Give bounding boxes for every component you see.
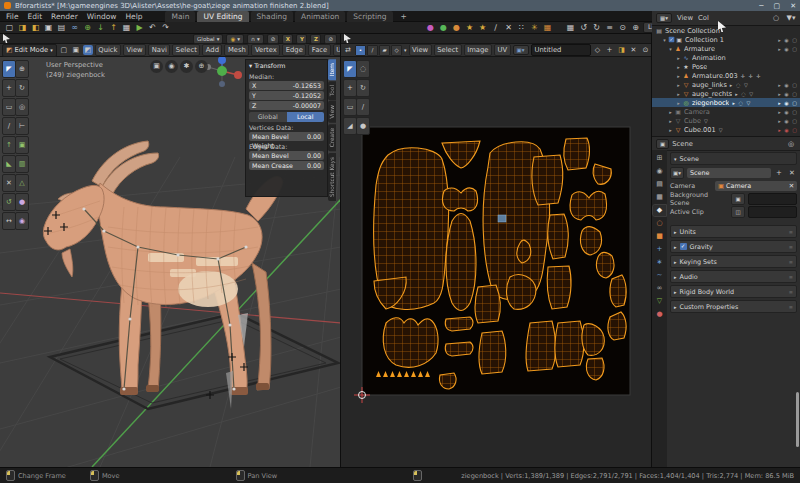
edge-bevel-weight-field[interactable]: Mean Bevel Weight0.00 bbox=[249, 151, 324, 160]
expand-arrow-icon[interactable]: ▸ bbox=[667, 118, 674, 124]
redo-icon[interactable]: ↷ bbox=[160, 23, 171, 33]
edge-crease-field[interactable]: Mean Crease0.00 bbox=[249, 161, 324, 170]
units-section[interactable]: ▸Units≡ bbox=[670, 225, 797, 238]
gravity-section[interactable]: ▸ ✓ Gravity≡ bbox=[670, 240, 797, 253]
row-visibility-icons[interactable]: ▸ ◉ ▢ bbox=[778, 127, 798, 133]
image-datablock-icon[interactable]: ▣▾ bbox=[513, 45, 529, 55]
pin-icon[interactable]: ◎ bbox=[786, 139, 796, 149]
gravity-checkbox[interactable]: ✓ bbox=[680, 243, 687, 250]
select-edge-mode-icon[interactable]: ▣ bbox=[71, 45, 81, 55]
workspace-tab-animation[interactable]: Animation bbox=[295, 11, 345, 22]
new-file-icon[interactable]: ▢ bbox=[4, 23, 15, 33]
save-icon[interactable]: ▣ bbox=[43, 23, 54, 33]
scene-tab[interactable]: ◆ bbox=[653, 205, 666, 216]
median-y-field[interactable]: Y-0.12052 bbox=[249, 91, 324, 100]
audio-section[interactable]: ▸Audio≡ bbox=[670, 270, 797, 283]
link-icon[interactable]: ∞ bbox=[69, 23, 80, 33]
output-tab[interactable]: ▤ bbox=[653, 179, 666, 190]
orbit-button[interactable]: ◉ bbox=[165, 60, 178, 73]
active-clip-field[interactable] bbox=[748, 206, 797, 218]
uv-move-tool[interactable]: + bbox=[343, 79, 357, 97]
row-visibility-icons[interactable]: ▸ ◉ ▢ bbox=[778, 82, 798, 88]
minimize-button[interactable]: ─ bbox=[759, 2, 763, 10]
camera-field[interactable]: ▣ Camera ✕ bbox=[715, 181, 797, 191]
repeat-icon[interactable]: ⊙ bbox=[617, 23, 628, 33]
tree-row-cube[interactable]: ▸ ▽ Cube ▽ ▸ ◉ ▢ bbox=[652, 116, 800, 125]
menu-edit[interactable]: Edit bbox=[28, 12, 43, 21]
flower-icon[interactable]: ✳ bbox=[529, 23, 540, 33]
adjust-icon[interactable]: ⊕ bbox=[630, 23, 641, 33]
global-space-button[interactable]: Global bbox=[249, 112, 287, 122]
scale-tool[interactable]: ▭ bbox=[2, 98, 16, 116]
knife-tool[interactable]: ✕ bbox=[2, 174, 16, 192]
redo-arrow-icon[interactable]: ↻ bbox=[591, 23, 602, 33]
tree-row-armature[interactable]: ▾ ♟ Armature ▸ ◉ ▢ bbox=[652, 44, 800, 53]
constraints-tab[interactable]: ∞ bbox=[653, 283, 666, 294]
scene-datablock-icon[interactable]: ▣▾ bbox=[670, 167, 684, 179]
import-icon[interactable]: ↓ bbox=[95, 23, 106, 33]
uv-rotate-tool[interactable]: ↻ bbox=[356, 79, 370, 97]
snap-dropdown[interactable]: ∩ ▾ bbox=[247, 34, 264, 44]
grid-toggle-icon[interactable]: ▦ bbox=[565, 23, 576, 33]
render-tab[interactable]: ◉ bbox=[653, 166, 666, 177]
move-tool[interactable]: + bbox=[2, 79, 16, 97]
sidebar-tab-tool[interactable]: Tool bbox=[328, 81, 336, 100]
outliner-menu-view[interactable]: View bbox=[677, 14, 693, 22]
inset-tool[interactable]: ▣ bbox=[15, 136, 29, 154]
menu-quick[interactable]: Quick bbox=[95, 44, 121, 56]
workspace-tab-shading[interactable]: Shading bbox=[251, 11, 293, 22]
loopcut-tool[interactable]: ▥ bbox=[15, 155, 29, 173]
undo-arrow-icon[interactable]: ↺ bbox=[578, 23, 589, 33]
image-ref-icon[interactable]: ▦ bbox=[542, 23, 553, 33]
background-scene-icon[interactable]: ▣ bbox=[731, 193, 745, 205]
outliner-menu-col[interactable]: Col bbox=[698, 14, 709, 22]
uv-annotate-tool[interactable]: ∕ bbox=[356, 98, 370, 116]
outliner-filter-icon[interactable]: ▼▾ bbox=[786, 13, 796, 23]
menu-uv-uv[interactable]: UV bbox=[494, 44, 511, 56]
tree-row-pose[interactable]: ▸ ★ Pose bbox=[652, 62, 800, 71]
expand-arrow-icon[interactable]: ▸ bbox=[675, 91, 682, 97]
background-scene-field[interactable] bbox=[748, 193, 797, 205]
unlink-image-icon[interactable]: ✕ bbox=[629, 45, 639, 55]
menu-navi[interactable]: Navi bbox=[148, 44, 170, 56]
pan-hand-button[interactable]: ✱ bbox=[180, 60, 193, 73]
cursor-tool[interactable]: ⊕ bbox=[15, 60, 29, 78]
uv-sync-icon[interactable]: ⇄ bbox=[343, 45, 353, 55]
median-x-field[interactable]: X-0.12653 bbox=[249, 81, 324, 90]
menu-uv3d[interactable]: UV bbox=[333, 44, 341, 56]
properties-scrollbar[interactable] bbox=[796, 392, 799, 447]
row-visibility-icons[interactable]: ▸ ◉ ▢ bbox=[778, 100, 798, 106]
menu-uv-image[interactable]: Image bbox=[464, 44, 492, 56]
menu-select3d[interactable]: Select bbox=[172, 44, 200, 56]
object-tab[interactable]: ■ bbox=[653, 231, 666, 242]
tree-row-armature-003[interactable]: ▸ ♟ Armature.003 ✛ ✛ ✛ bbox=[652, 71, 800, 80]
undo-history-icon[interactable]: ≡ bbox=[604, 23, 615, 33]
eraser-icon[interactable]: ✕ bbox=[503, 23, 514, 33]
polybuild-tool[interactable]: △ bbox=[15, 174, 29, 192]
axis-z-button[interactable]: Z bbox=[310, 34, 321, 44]
row-visibility-icons[interactable]: ▸ ◉ ▢ bbox=[778, 118, 798, 124]
maximize-button[interactable]: ▢ bbox=[774, 2, 781, 10]
tool-tab[interactable]: ⊞ bbox=[653, 153, 666, 164]
menu-face[interactable]: Face bbox=[308, 44, 330, 56]
spin-tool[interactable]: ↺ bbox=[2, 193, 16, 211]
collection-checkbox[interactable]: ✓ bbox=[669, 37, 675, 43]
orientation-dropdown[interactable]: Global ▾ bbox=[193, 34, 223, 44]
proportional-edit-toggle[interactable]: ⊘ bbox=[267, 34, 280, 44]
render-animation-icon[interactable]: ▶ bbox=[134, 23, 145, 33]
sidebar-tab-view[interactable]: View bbox=[328, 101, 336, 123]
tree-row-cube-001[interactable]: ▸ ▽ Cube.001 ▽ ▸ ◉ ▢ bbox=[652, 125, 800, 134]
edge-slide-tool[interactable]: ↔ bbox=[2, 212, 16, 230]
workspace-tab-main[interactable]: Main bbox=[165, 11, 195, 22]
menu-view3d[interactable]: View bbox=[123, 44, 146, 56]
transform-panel-title[interactable]: ▾ Transform bbox=[246, 60, 327, 71]
transform-tool[interactable]: ◎ bbox=[15, 98, 29, 116]
menu-mesh[interactable]: Mesh bbox=[224, 44, 249, 56]
material-dot-icon[interactable]: ● bbox=[425, 23, 436, 33]
physics-tab[interactable]: ~ bbox=[653, 270, 666, 281]
menu-window[interactable]: Window bbox=[87, 12, 117, 21]
refresh-icon[interactable]: ⊙ bbox=[641, 45, 651, 55]
select-face-mode-icon[interactable]: ◩ bbox=[83, 45, 93, 55]
tree-row-scene-collection[interactable]: ▤ Scene Collection bbox=[652, 26, 800, 35]
add-workspace-button[interactable]: + bbox=[395, 11, 413, 22]
